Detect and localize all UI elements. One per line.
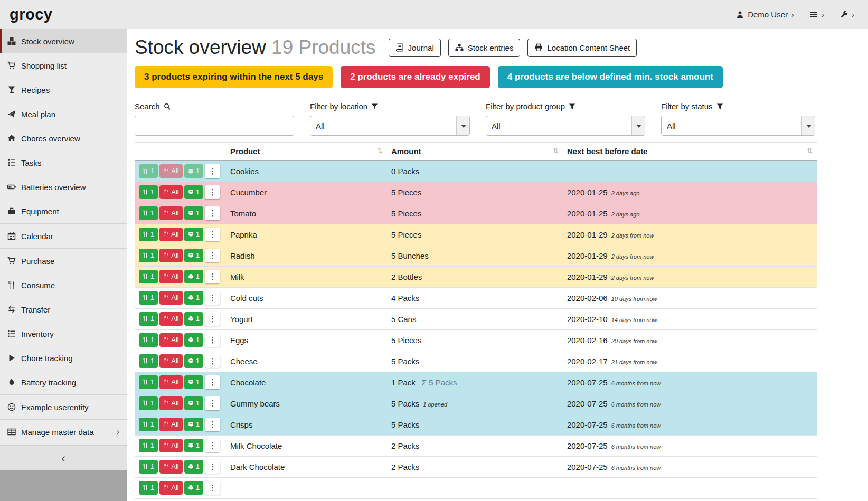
sidebar-item-example-userentity[interactable]: Example userentity (0, 395, 127, 419)
open-one-button[interactable]: 1 (184, 291, 203, 305)
open-one-button[interactable]: 1 (184, 354, 203, 368)
consume-one-button[interactable]: 1 (139, 164, 158, 178)
open-one-button[interactable]: 1 (184, 481, 203, 495)
sidebar-item-manage-master-data[interactable]: Manage master data› (0, 420, 127, 444)
open-one-button[interactable]: 1 (184, 375, 203, 389)
sidebar-item-chores-overview[interactable]: Chores overview (0, 126, 127, 150)
warning-banner[interactable]: 3 products expiring within the next 5 da… (135, 66, 333, 88)
sidebar-item-calendar[interactable]: Calendar (0, 224, 127, 248)
stock-entries-button[interactable]: Stock entries (448, 39, 521, 57)
open-one-button[interactable]: 1 (184, 206, 203, 220)
consume-all-button[interactable]: All (159, 460, 182, 474)
consume-all-button[interactable]: All (159, 270, 182, 283)
status-filter-select[interactable]: All (661, 116, 815, 136)
consume-one-button[interactable]: 1 (139, 249, 158, 262)
row-menu-button[interactable]: ⋮ (205, 375, 220, 390)
consume-all-button[interactable]: All (159, 185, 182, 199)
sidebar-item-meal-plan[interactable]: Meal plan (0, 102, 127, 126)
consume-one-button[interactable]: 1 (139, 460, 158, 474)
consume-all-button[interactable]: All (159, 291, 182, 305)
row-menu-button[interactable]: ⋮ (205, 164, 220, 178)
journal-button[interactable]: Journal (389, 39, 441, 57)
consume-one-button[interactable]: 1 (139, 354, 158, 368)
sidebar-item-shopping-list[interactable]: Shopping list (0, 53, 127, 78)
product-group-filter-select[interactable]: All (486, 116, 645, 136)
open-one-button[interactable]: 1 (184, 439, 203, 452)
row-menu-button[interactable]: ⋮ (205, 270, 220, 284)
open-one-button[interactable]: 1 (184, 228, 203, 241)
consume-one-button[interactable]: 1 (139, 439, 158, 452)
sidebar-item-inventory[interactable]: Inventory (0, 322, 127, 346)
consume-all-button[interactable]: All (159, 228, 182, 241)
sidebar-item-consume[interactable]: Consume (0, 273, 127, 297)
consume-all-button[interactable]: All (159, 396, 182, 410)
open-one-button[interactable]: 1 (184, 249, 203, 262)
consume-one-button[interactable]: 1 (139, 481, 158, 495)
sidebar-item-battery-tracking[interactable]: Battery tracking (0, 370, 127, 394)
row-menu-button[interactable]: ⋮ (205, 354, 220, 368)
open-one-button[interactable]: 1 (184, 418, 203, 431)
admin-menu[interactable]: › (840, 10, 854, 19)
sidebar-item-batteries-overview[interactable]: Batteries overview (0, 175, 127, 199)
row-menu-button[interactable]: ⋮ (205, 481, 220, 495)
row-menu-button[interactable]: ⋮ (205, 228, 220, 242)
open-one-button[interactable]: 1 (184, 185, 203, 199)
info-banner[interactable]: 4 products are below defined min. stock … (498, 66, 723, 88)
consume-one-button[interactable]: 1 (139, 185, 158, 199)
location-filter-select[interactable]: All (310, 116, 470, 136)
row-menu-button[interactable]: ⋮ (205, 396, 220, 411)
row-menu-button[interactable]: ⋮ (205, 291, 220, 305)
consume-all-button[interactable]: All (159, 375, 182, 389)
sidebar-item-purchase[interactable]: Purchase (0, 249, 127, 273)
consume-one-button[interactable]: 1 (139, 312, 158, 326)
consume-all-button[interactable]: All (159, 164, 182, 178)
column-header-product[interactable]: Product ⇅ (226, 143, 387, 161)
row-menu-button[interactable]: ⋮ (205, 185, 220, 200)
consume-all-button[interactable]: All (159, 333, 182, 347)
sidebar-item-tasks[interactable]: Tasks (0, 150, 127, 175)
consume-one-button[interactable]: 1 (139, 396, 158, 410)
search-input[interactable] (135, 116, 294, 136)
row-menu-button[interactable]: ⋮ (205, 312, 220, 326)
consume-one-button[interactable]: 1 (139, 228, 158, 241)
consume-one-button[interactable]: 1 (139, 418, 158, 431)
column-header-next-best-before-date[interactable]: Next best before date ⇅ (563, 143, 817, 161)
open-one-button[interactable]: 1 (184, 270, 203, 283)
row-menu-button[interactable]: ⋮ (205, 333, 220, 347)
open-one-button[interactable]: 1 (184, 312, 203, 326)
consume-all-button[interactable]: All (159, 312, 182, 326)
sidebar-item-recipes[interactable]: Recipes (0, 78, 127, 102)
location-content-sheet-button[interactable]: Location Content Sheet (527, 39, 637, 57)
consume-one-button[interactable]: 1 (139, 375, 158, 389)
sidebar-item-equipment[interactable]: Equipment (0, 199, 127, 223)
open-one-button[interactable]: 1 (184, 333, 203, 347)
consume-all-button[interactable]: All (159, 206, 182, 220)
consume-one-button[interactable]: 1 (139, 206, 158, 220)
sidebar-item-stock-overview[interactable]: Stock overview (0, 29, 127, 53)
row-menu-button[interactable]: ⋮ (205, 460, 220, 474)
consume-all-button[interactable]: All (159, 354, 182, 368)
settings-menu[interactable]: › (810, 10, 824, 19)
consume-all-button[interactable]: All (159, 418, 182, 431)
row-menu-button[interactable]: ⋮ (205, 206, 220, 221)
sidebar-item-transfer[interactable]: Transfer (0, 297, 127, 322)
consume-one-button[interactable]: 1 (139, 291, 158, 305)
consume-all-button[interactable]: All (159, 439, 182, 452)
consume-one-button[interactable]: 1 (139, 270, 158, 283)
row-menu-button[interactable]: ⋮ (205, 439, 220, 453)
danger-banner[interactable]: 2 products are already expired (341, 66, 490, 88)
consume-all-button[interactable]: All (159, 481, 182, 495)
sidebar-collapse-button[interactable]: ‹ (0, 445, 127, 470)
row-menu-button[interactable]: ⋮ (205, 418, 220, 432)
open-one-button[interactable]: 1 (184, 164, 203, 178)
consume-all-button[interactable]: All (159, 249, 182, 262)
open-one-button[interactable]: 1 (184, 460, 203, 474)
sidebar-item-label: Battery tracking (21, 378, 76, 387)
app-logo[interactable]: grocy (10, 6, 52, 23)
user-menu[interactable]: Demo User › (736, 10, 794, 19)
open-one-button[interactable]: 1 (184, 396, 203, 410)
sidebar-item-chore-tracking[interactable]: Chore tracking (0, 346, 127, 370)
consume-one-button[interactable]: 1 (139, 333, 158, 347)
column-header-amount[interactable]: Amount ⇅ (387, 143, 563, 161)
row-menu-button[interactable]: ⋮ (205, 249, 220, 263)
